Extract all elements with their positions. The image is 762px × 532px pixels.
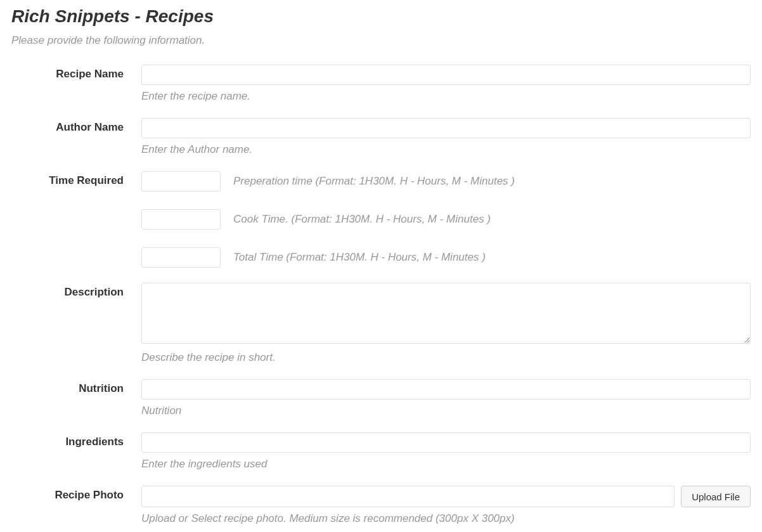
field-recipe-name: Recipe Name Enter the recipe name.	[11, 65, 751, 103]
recipe-photo-input[interactable]	[141, 486, 675, 507]
author-name-input[interactable]	[141, 118, 751, 138]
field-ingredients: Ingredients Enter the ingredients used	[11, 432, 751, 470]
description-help: Describe the recipe in short.	[141, 351, 751, 364]
nutrition-label: Nutrition	[11, 379, 141, 395]
ingredients-help: Enter the ingredients used	[141, 458, 751, 470]
field-time-required: Time Required Preperation time (Format: …	[11, 171, 751, 268]
ingredients-input[interactable]	[141, 432, 751, 453]
total-time-help: Total Time (Format: 1H30M. H - Hours, M …	[233, 251, 486, 264]
time-required-label: Time Required	[11, 171, 141, 187]
nutrition-input[interactable]	[141, 379, 751, 399]
author-name-label: Author Name	[11, 118, 141, 134]
page-title: Rich Snippets - Recipes	[11, 6, 751, 27]
recipe-name-help: Enter the recipe name.	[141, 90, 751, 103]
field-author-name: Author Name Enter the Author name.	[11, 118, 751, 156]
total-time-input[interactable]	[141, 247, 221, 268]
field-description: Description Describe the recipe in short…	[11, 283, 751, 364]
description-input[interactable]	[141, 283, 751, 344]
recipe-name-input[interactable]	[141, 65, 751, 85]
recipe-photo-label: Recipe Photo	[11, 486, 141, 502]
prep-time-input[interactable]	[141, 171, 221, 191]
description-label: Description	[11, 283, 141, 299]
ingredients-label: Ingredients	[11, 432, 141, 448]
cook-time-input[interactable]	[141, 209, 221, 230]
author-name-help: Enter the Author name.	[141, 143, 751, 156]
prep-time-help: Preperation time (Format: 1H30M. H - Hou…	[233, 175, 515, 188]
cook-time-help: Cook Time. (Format: 1H30M. H - Hours, M …	[233, 213, 491, 226]
recipe-name-label: Recipe Name	[11, 65, 141, 81]
page-subtitle: Please provide the following information…	[11, 34, 751, 47]
field-nutrition: Nutrition Nutrition	[11, 379, 751, 417]
upload-file-button[interactable]: Upload File	[681, 486, 751, 507]
field-recipe-photo: Recipe Photo Upload File Upload or Selec…	[11, 486, 751, 525]
recipe-photo-help: Upload or Select recipe photo. Medium si…	[141, 512, 751, 525]
nutrition-help: Nutrition	[141, 405, 751, 417]
